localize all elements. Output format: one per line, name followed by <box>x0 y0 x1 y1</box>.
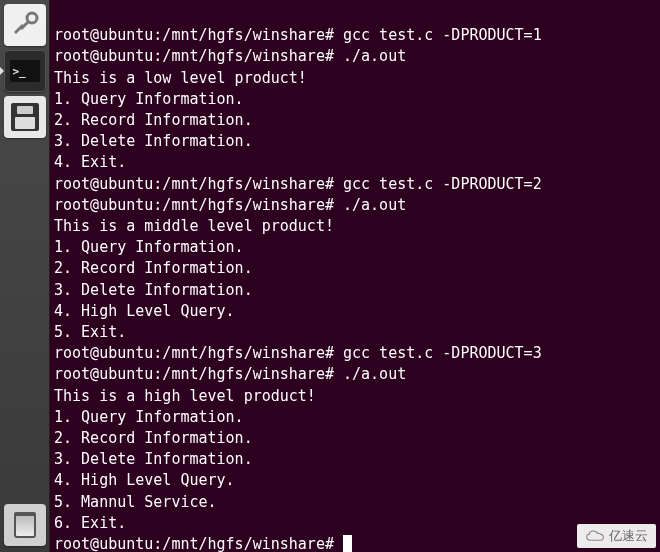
wrench-screwdriver-icon <box>10 10 40 40</box>
terminal-prompt-line[interactable]: root@ubuntu:/mnt/hgfs/winshare# <box>54 534 654 552</box>
terminal-line: This is a low level product! <box>54 68 654 89</box>
terminal-line: root@ubuntu:/mnt/hgfs/winshare# gcc test… <box>54 25 654 46</box>
launcher-save[interactable] <box>4 96 46 138</box>
terminal-line: 2. Record Information. <box>54 258 654 279</box>
terminal-line: 5. Exit. <box>54 322 654 343</box>
terminal-line: 3. Delete Information. <box>54 280 654 301</box>
terminal-line: root@ubuntu:/mnt/hgfs/winshare# ./a.out <box>54 195 654 216</box>
terminal-line: 5. Mannul Service. <box>54 492 654 513</box>
terminal-line: This is a middle level product! <box>54 216 654 237</box>
terminal-line: root@ubuntu:/mnt/hgfs/winshare# ./a.out <box>54 46 654 67</box>
terminal-output[interactable]: root@ubuntu:/mnt/hgfs/winshare# gcc test… <box>50 0 660 552</box>
trash-icon <box>14 512 36 538</box>
watermark-badge: 亿速云 <box>577 524 656 548</box>
terminal-line: 3. Delete Information. <box>54 449 654 470</box>
floppy-icon <box>11 103 39 131</box>
terminal-line: 6. Exit. <box>54 513 654 534</box>
launcher-settings[interactable] <box>4 4 46 46</box>
terminal-line: root@ubuntu:/mnt/hgfs/winshare# gcc test… <box>54 343 654 364</box>
launcher-terminal[interactable]: >_ <box>4 50 46 92</box>
terminal-line: 2. Record Information. <box>54 110 654 131</box>
terminal-line: 3. Delete Information. <box>54 131 654 152</box>
terminal-line: root@ubuntu:/mnt/hgfs/winshare# gcc test… <box>54 174 654 195</box>
terminal-line: 4. High Level Query. <box>54 301 654 322</box>
terminal-line: 1. Query Information. <box>54 237 654 258</box>
cloud-icon <box>585 529 605 543</box>
cursor <box>343 535 352 552</box>
launcher-panel: >_ <box>0 0 50 552</box>
terminal-icon: >_ <box>10 60 40 82</box>
terminal-line: 2. Record Information. <box>54 428 654 449</box>
watermark-text: 亿速云 <box>609 527 648 545</box>
launcher-trash[interactable] <box>4 504 46 546</box>
terminal-line: 1. Query Information. <box>54 89 654 110</box>
terminal-line: 4. High Level Query. <box>54 470 654 491</box>
terminal-line: 4. Exit. <box>54 152 654 173</box>
terminal-line: This is a high level product! <box>54 386 654 407</box>
terminal-line: root@ubuntu:/mnt/hgfs/winshare# ./a.out <box>54 364 654 385</box>
terminal-line: 1. Query Information. <box>54 407 654 428</box>
